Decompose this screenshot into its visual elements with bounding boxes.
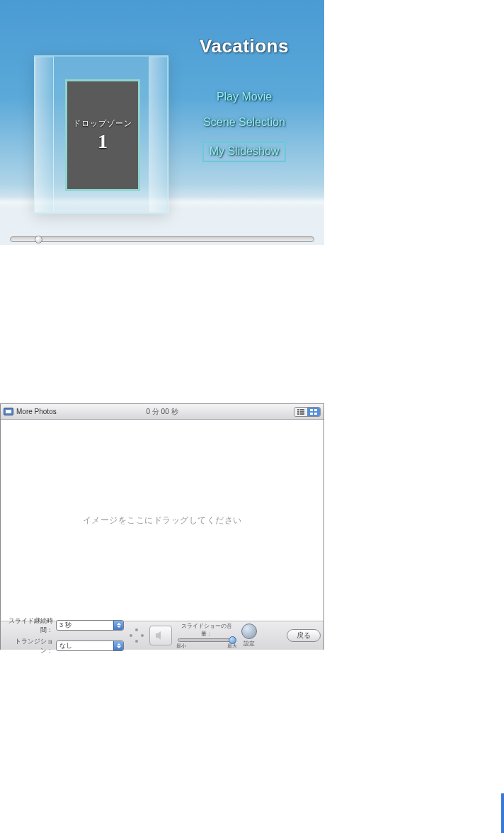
slide-settings-fields: スライド継続時間： 3 秒 トランジション： なし: [4, 616, 124, 655]
drop-zone-number: 1: [98, 130, 108, 153]
photo-icon: [4, 408, 13, 415]
speaker-icon: [155, 631, 166, 640]
stepper-arrows-icon: [113, 621, 123, 630]
glass-frame: ドロップゾーン 1: [34, 55, 168, 214]
grid-view-button[interactable]: [307, 408, 320, 416]
back-button[interactable]: 戻る: [287, 629, 321, 642]
preview-scrubber[interactable]: [10, 236, 314, 242]
audio-preview-button[interactable]: [149, 626, 172, 645]
duration-value: 3 秒: [59, 621, 71, 630]
drop-zone-label: ドロップゾーン: [73, 118, 132, 129]
volume-control: スライドショーの音量： 最小 最大: [176, 622, 237, 650]
volume-min-label: 最小: [176, 643, 186, 650]
svg-rect-4: [297, 413, 299, 415]
svg-rect-1: [300, 409, 304, 410]
svg-rect-0: [297, 409, 299, 410]
drop-prompt: イメージをここにドラッグしてください: [83, 515, 242, 527]
duration-label: スライド継続時間：: [4, 616, 53, 635]
slideshow-duration-display: 0 分 00 秒: [146, 407, 178, 417]
transition-label: トランジション：: [4, 637, 53, 655]
dvd-menu: Play Movie Scene Selection My Slideshow: [184, 91, 304, 175]
gear-icon: [241, 624, 257, 639]
svg-rect-2: [297, 411, 299, 413]
volume-slider[interactable]: [178, 638, 236, 642]
transition-select[interactable]: なし: [56, 640, 124, 651]
dvd-title: Vacations: [184, 35, 304, 57]
transition-value: なし: [59, 641, 72, 650]
settings-label: 設定: [244, 640, 255, 648]
menu-my-slideshow-label: My Slideshow: [202, 142, 287, 162]
menu-my-slideshow[interactable]: My Slideshow: [184, 142, 304, 162]
drop-zone-1[interactable]: ドロップゾーン 1: [65, 79, 140, 191]
menu-scene-selection[interactable]: Scene Selection: [184, 116, 304, 129]
menu-play-movie[interactable]: Play Movie: [184, 91, 304, 103]
volume-title: スライドショーの音量：: [176, 622, 237, 638]
dvd-menu-preview: ドロップゾーン 1 Vacations Play Movie Scene Sel…: [0, 0, 324, 245]
svg-rect-6: [310, 409, 313, 411]
svg-rect-8: [310, 413, 313, 415]
volume-thumb[interactable]: [229, 636, 236, 644]
slideshow-controls: スライド継続時間： 3 秒 トランジション： なし: [1, 621, 323, 650]
slideshow-name-block[interactable]: More Photos: [4, 408, 57, 415]
page-edge-decoration: [501, 793, 504, 833]
view-toggle: [294, 407, 321, 417]
nudge-control[interactable]: [128, 627, 145, 644]
slideshow-name: More Photos: [16, 408, 57, 415]
settings-button[interactable]: 設定: [241, 624, 257, 648]
svg-rect-7: [314, 409, 317, 411]
stepper-arrows-icon: [113, 641, 123, 650]
duration-select[interactable]: 3 秒: [56, 620, 124, 631]
svg-rect-3: [300, 411, 304, 413]
slideshow-editor: More Photos 0 分 00 秒 イメージをここにドラッグしてください …: [0, 403, 324, 650]
slideshow-drop-canvas[interactable]: イメージをここにドラッグしてください: [1, 420, 323, 621]
slideshow-header: More Photos 0 分 00 秒: [1, 404, 323, 420]
svg-rect-5: [300, 413, 304, 415]
list-view-button[interactable]: [294, 408, 307, 416]
svg-rect-9: [314, 413, 317, 415]
back-button-label: 戻る: [297, 631, 311, 640]
